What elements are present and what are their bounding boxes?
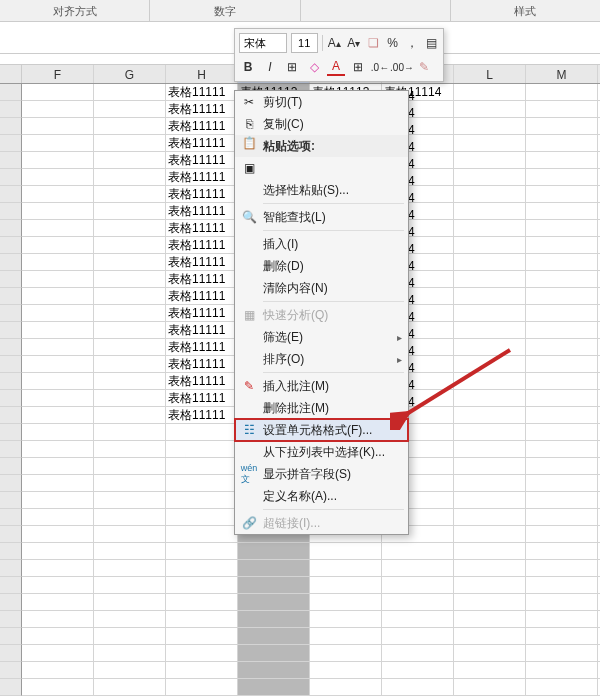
cell[interactable] [454,101,526,118]
cell[interactable] [526,458,598,475]
cell[interactable] [454,339,526,356]
column-header-G[interactable]: G [94,65,166,83]
cell[interactable] [166,560,238,577]
cell[interactable] [454,577,526,594]
cell[interactable]: 表格11111 [166,84,238,101]
column-header-F[interactable]: F [22,65,94,83]
cell[interactable] [454,475,526,492]
menu-delete-comment[interactable]: 删除批注(M) [235,397,408,419]
decrease-font-icon[interactable]: A▾ [346,34,361,52]
cell[interactable] [22,288,94,305]
cell[interactable] [94,509,166,526]
cell[interactable] [94,118,166,135]
cell[interactable] [22,169,94,186]
cell[interactable] [454,509,526,526]
clear-format-icon[interactable]: ✎ [415,58,433,76]
cell[interactable] [526,220,598,237]
cell[interactable] [22,662,94,679]
menu-paste-option-1[interactable]: ▣ [235,157,408,179]
ribbon-label-number[interactable]: 数字 [150,0,300,21]
cell[interactable] [454,186,526,203]
cell[interactable] [94,645,166,662]
cell[interactable]: 表格11111 [166,237,238,254]
menu-show-pinyin[interactable]: wén文显示拼音字段(S) [235,463,408,485]
cell[interactable] [454,237,526,254]
cell[interactable] [22,645,94,662]
cell[interactable]: 表格11111 [166,373,238,390]
cell[interactable] [166,577,238,594]
cell[interactable]: 表格11111 [166,356,238,373]
cell[interactable] [22,424,94,441]
cell[interactable] [166,441,238,458]
cell[interactable] [454,424,526,441]
font-color-icon[interactable]: A [327,58,345,76]
cell[interactable]: 表格11111 [166,271,238,288]
cell[interactable] [454,152,526,169]
cell[interactable] [526,560,598,577]
cell[interactable] [382,543,454,560]
cell[interactable] [22,271,94,288]
cell[interactable] [238,577,310,594]
cell[interactable] [94,662,166,679]
cell[interactable] [454,407,526,424]
cell[interactable] [166,543,238,560]
cell[interactable]: 表格11111 [166,390,238,407]
cell[interactable] [382,560,454,577]
cell[interactable] [94,458,166,475]
menu-paste-special[interactable]: 选择性粘贴(S)... [235,179,408,201]
increase-decimal-icon[interactable]: .00→ [393,58,411,76]
cell[interactable]: 表格11111 [166,407,238,424]
cell[interactable] [526,322,598,339]
increase-font-icon[interactable]: A▴ [327,34,342,52]
cell[interactable] [166,475,238,492]
cell[interactable] [454,271,526,288]
cell[interactable] [310,662,382,679]
cell[interactable] [526,526,598,543]
cell[interactable] [526,237,598,254]
cell[interactable] [238,645,310,662]
cell[interactable] [94,271,166,288]
cell[interactable] [238,628,310,645]
cell[interactable] [382,628,454,645]
cell[interactable] [94,101,166,118]
cell[interactable] [22,356,94,373]
cell[interactable] [238,679,310,696]
cell[interactable] [382,645,454,662]
cell[interactable] [454,390,526,407]
menu-copy[interactable]: ⎘复制(C) [235,113,408,135]
column-header-L[interactable]: L [454,65,526,83]
cell[interactable] [22,339,94,356]
percent-icon[interactable]: % [385,34,400,52]
cell[interactable] [94,322,166,339]
cell[interactable] [526,611,598,628]
cell[interactable] [94,424,166,441]
cell[interactable] [454,679,526,696]
cell[interactable] [382,662,454,679]
cell[interactable] [454,560,526,577]
cell[interactable] [526,118,598,135]
menu-cut[interactable]: ✂剪切(T) [235,91,408,113]
cell[interactable] [94,441,166,458]
cell[interactable] [166,526,238,543]
cell[interactable] [526,645,598,662]
cell[interactable]: 表格11111 [166,254,238,271]
cell[interactable] [94,288,166,305]
cell[interactable] [526,373,598,390]
cell[interactable] [454,169,526,186]
cell[interactable] [526,169,598,186]
cell[interactable] [94,254,166,271]
cell[interactable] [454,645,526,662]
cell[interactable] [94,611,166,628]
cell[interactable] [94,220,166,237]
menu-dropdown-list[interactable]: 从下拉列表中选择(K)... [235,441,408,463]
cell[interactable] [22,441,94,458]
cell[interactable] [526,628,598,645]
cell[interactable] [22,101,94,118]
cell[interactable] [454,356,526,373]
menu-filter[interactable]: 筛选(E)▸ [235,326,408,348]
cell[interactable] [94,339,166,356]
cell[interactable] [166,611,238,628]
cell[interactable]: 表格11111 [166,135,238,152]
cell[interactable] [238,662,310,679]
bold-icon[interactable]: B [239,58,257,76]
